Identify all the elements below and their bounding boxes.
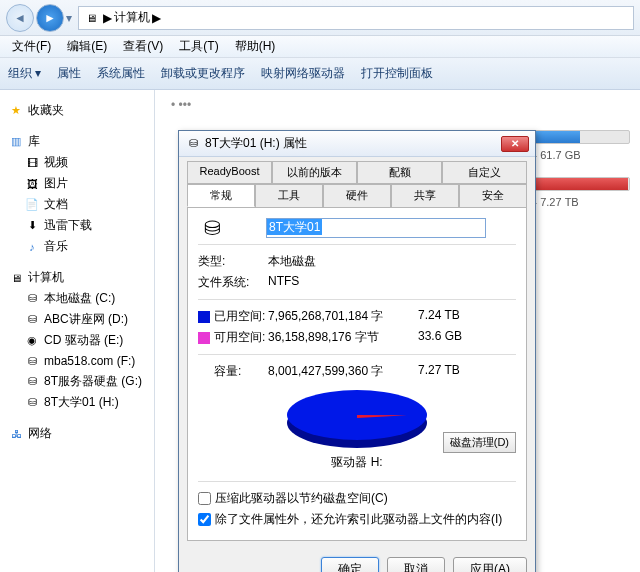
free-label: 可用空间: (198, 329, 268, 346)
tab-readyboost[interactable]: ReadyBoost (187, 161, 272, 184)
capacity-human: 7.27 TB (418, 363, 460, 380)
menu-edit[interactable]: 编辑(E) (59, 36, 115, 57)
sidebar-libraries[interactable]: ▥库 (2, 131, 152, 152)
drive-icon: ⛁ (24, 353, 40, 369)
drive-icon: ⛁ (198, 220, 226, 236)
sidebar-item-pictures[interactable]: 🖼图片 (2, 173, 152, 194)
dialog-titlebar[interactable]: ⛁8T大学01 (H:) 属性 ✕ (179, 131, 535, 157)
sidebar-item-thunder[interactable]: ⬇迅雷下载 (2, 215, 152, 236)
usage-bar (520, 177, 630, 191)
document-icon: 📄 (24, 197, 40, 213)
sidebar-drive-f[interactable]: ⛁mba518.com (F:) (2, 351, 152, 371)
type-label: 类型: (198, 253, 268, 270)
drive-bars: , 共 61.7 GB , 共 7.27 TB (520, 130, 630, 224)
used-bytes: 7,965,268,701,184 字 (268, 308, 418, 325)
compress-checkbox[interactable]: 压缩此驱动器以节约磁盘空间(C) (198, 488, 516, 509)
cd-icon: ◉ (24, 333, 40, 349)
free-swatch-icon (198, 332, 210, 344)
sidebar-network[interactable]: 🖧网络 (2, 423, 152, 444)
usage-pie-chart (287, 390, 427, 450)
menu-bar: 文件(F) 编辑(E) 查看(V) 工具(T) 帮助(H) (0, 36, 640, 58)
uninstall-button[interactable]: 卸载或更改程序 (161, 65, 245, 82)
tab-previous[interactable]: 以前的版本 (272, 161, 357, 184)
tab-sharing[interactable]: 共享 (391, 184, 459, 207)
index-checkbox[interactable]: 除了文件属性外，还允许索引此驱动器上文件的内容(I) (198, 509, 516, 530)
video-icon: 🎞 (24, 155, 40, 171)
music-icon: ♪ (24, 239, 40, 255)
drive-icon: ⛁ (24, 312, 40, 328)
fs-value: NTFS (268, 274, 516, 291)
drive-name-input[interactable]: 8T大学01 (266, 218, 486, 238)
history-dropdown-icon[interactable]: ▾ (66, 11, 72, 25)
menu-file[interactable]: 文件(F) (4, 36, 59, 57)
tab-body-general: ⛁ 8T大学01 类型:本地磁盘 文件系统:NTFS 已用空间:7,965,26… (187, 207, 527, 541)
used-swatch-icon (198, 311, 210, 323)
organize-button[interactable]: 组织 ▾ (8, 65, 41, 82)
cancel-button[interactable]: 取消 (387, 557, 445, 572)
drive-icon: ⛁ (24, 395, 40, 411)
type-value: 本地磁盘 (268, 253, 516, 270)
sidebar-drive-e[interactable]: ◉CD 驱动器 (E:) (2, 330, 152, 351)
menu-tools[interactable]: 工具(T) (171, 36, 226, 57)
computer-icon: 🖥 (8, 270, 24, 286)
download-icon: ⬇ (24, 218, 40, 234)
sidebar-item-documents[interactable]: 📄文档 (2, 194, 152, 215)
nav-bar: ◄ ► ▾ 🖥 ▶ 计算机 ▶ (0, 0, 640, 36)
tab-tools[interactable]: 工具 (255, 184, 323, 207)
menu-view[interactable]: 查看(V) (115, 36, 171, 57)
library-icon: ▥ (8, 134, 24, 150)
sidebar-computer[interactable]: 🖥计算机 (2, 267, 152, 288)
drive-icon: ⛁ (24, 291, 40, 307)
used-human: 7.24 TB (418, 308, 460, 325)
picture-icon: 🖼 (24, 176, 40, 192)
mapdrive-button[interactable]: 映射网络驱动器 (261, 65, 345, 82)
sidebar: ★收藏夹 ▥库 🎞视频 🖼图片 📄文档 ⬇迅雷下载 ♪音乐 🖥计算机 ⛁本地磁盘… (0, 90, 155, 572)
toolbar: 组织 ▾ 属性 系统属性 卸载或更改程序 映射网络驱动器 打开控制面板 (0, 58, 640, 90)
sidebar-drive-g[interactable]: ⛁8T服务器硬盘 (G:) (2, 371, 152, 392)
disk-cleanup-button[interactable]: 磁盘清理(D) (443, 432, 516, 453)
properties-dialog: ⛁8T大学01 (H:) 属性 ✕ ReadyBoost 以前的版本 配额 自定… (178, 130, 536, 572)
drive-icon: ⛁ (24, 374, 40, 390)
sidebar-drive-d[interactable]: ⛁ABC讲座网 (D:) (2, 309, 152, 330)
cpanel-button[interactable]: 打开控制面板 (361, 65, 433, 82)
usage-label: , 共 7.27 TB (520, 195, 630, 210)
drive-icon: ⛁ (185, 136, 201, 152)
apply-button[interactable]: 应用(A) (453, 557, 527, 572)
address-bar[interactable]: 🖥 ▶ 计算机 ▶ (78, 6, 634, 30)
star-icon: ★ (8, 103, 24, 119)
sidebar-favorites[interactable]: ★收藏夹 (2, 100, 152, 121)
ok-button[interactable]: 确定 (321, 557, 379, 572)
sidebar-item-video[interactable]: 🎞视频 (2, 152, 152, 173)
sidebar-drive-h[interactable]: ⛁8T大学01 (H:) (2, 392, 152, 413)
usage-bar (520, 130, 630, 144)
properties-button[interactable]: 属性 (57, 65, 81, 82)
breadcrumb[interactable]: ▶ 计算机 ▶ (99, 9, 165, 26)
forward-button[interactable]: ► (36, 4, 64, 32)
free-bytes: 36,158,898,176 字节 (268, 329, 418, 346)
capacity-label: 容量: (198, 363, 268, 380)
network-icon: 🖧 (8, 426, 24, 442)
sidebar-drive-c[interactable]: ⛁本地磁盘 (C:) (2, 288, 152, 309)
collapsed-group[interactable]: • ••• (161, 96, 634, 116)
dialog-title: 8T大学01 (H:) 属性 (205, 135, 307, 152)
free-human: 33.6 GB (418, 329, 462, 346)
usage-label: , 共 61.7 GB (520, 148, 630, 163)
sidebar-item-music[interactable]: ♪音乐 (2, 236, 152, 257)
sysprops-button[interactable]: 系统属性 (97, 65, 145, 82)
capacity-bytes: 8,001,427,599,360 字 (268, 363, 418, 380)
used-label: 已用空间: (198, 308, 268, 325)
menu-help[interactable]: 帮助(H) (227, 36, 284, 57)
tab-general[interactable]: 常规 (187, 184, 255, 207)
drive-letter-label: 驱动器 H: (198, 454, 516, 471)
tab-quota[interactable]: 配额 (357, 161, 442, 184)
tab-custom[interactable]: 自定义 (442, 161, 527, 184)
dialog-buttons: 确定 取消 应用(A) (179, 549, 535, 572)
tab-security[interactable]: 安全 (459, 184, 527, 207)
fs-label: 文件系统: (198, 274, 268, 291)
tab-strip: ReadyBoost 以前的版本 配额 自定义 常规 工具 硬件 共享 安全 (179, 157, 535, 207)
tab-hardware[interactable]: 硬件 (323, 184, 391, 207)
close-button[interactable]: ✕ (501, 136, 529, 152)
computer-icon: 🖥 (83, 10, 99, 26)
back-button[interactable]: ◄ (6, 4, 34, 32)
